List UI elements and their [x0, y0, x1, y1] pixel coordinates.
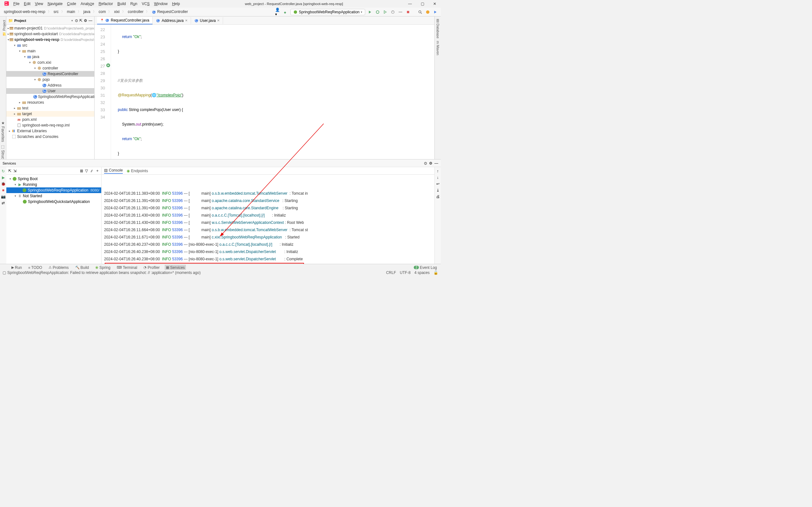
- build-tool-button[interactable]: 🔨 Build: [74, 265, 91, 271]
- tree-node[interactable]: CUser: [6, 88, 94, 94]
- camera-icon[interactable]: 📷: [1, 194, 6, 199]
- tree-node[interactable]: CRequestController: [6, 71, 94, 77]
- filter-icon[interactable]: ▽: [85, 169, 88, 173]
- code-editor[interactable]: return "Ok"; } //复杂实体参数 @RequestMapping(…: [111, 25, 441, 168]
- breadcrumb-item[interactable]: xixi: [113, 9, 120, 14]
- scroll-down-icon[interactable]: ↓: [437, 175, 439, 180]
- services-tree-node[interactable]: SpringbootWebReqRespApplication :8080/: [6, 187, 101, 193]
- tree-node[interactable]: ▾main: [6, 48, 94, 54]
- close-button[interactable]: ✕: [431, 1, 438, 7]
- print-icon[interactable]: 🖨: [436, 194, 440, 199]
- maven-tool-button[interactable]: m Maven: [436, 41, 440, 55]
- endpoints-tab[interactable]: ◉Endpoints: [126, 169, 148, 173]
- hide-icon[interactable]: —: [89, 18, 92, 23]
- breadcrumb-item[interactable]: com: [97, 9, 107, 14]
- stop-icon[interactable]: [405, 9, 411, 15]
- minimize-button[interactable]: —: [406, 1, 414, 7]
- breadcrumb-item[interactable]: C RequestController: [150, 9, 189, 15]
- services-tree-node[interactable]: ▾⏸Not Started: [6, 193, 101, 199]
- expand-all-icon[interactable]: ⇱: [79, 18, 83, 23]
- menu-code[interactable]: Code: [65, 1, 78, 7]
- database-tool-button[interactable]: 🗄 Database: [436, 19, 440, 38]
- layout-icon[interactable]: ⫽: [90, 169, 94, 173]
- terminal-tool-button[interactable]: ⌨ Terminal: [115, 265, 138, 271]
- menu-edit[interactable]: Edit: [22, 1, 32, 7]
- editor-gutter[interactable]: 22 23 24 25 26 27 28 29 30 31 32 33 34: [95, 25, 111, 168]
- tree-node[interactable]: ▸maven-project01D:\code\IdeaProjects\web…: [6, 25, 94, 31]
- menu-refactor[interactable]: Refactor: [97, 1, 115, 7]
- services-tree-node[interactable]: SpringbootWebQuickstartApplication: [6, 199, 101, 205]
- hide-icon[interactable]: —: [435, 161, 438, 166]
- tree-node[interactable]: ▸target: [6, 111, 94, 117]
- run-gutter-icon[interactable]: [106, 63, 110, 68]
- menu-view[interactable]: View: [33, 1, 45, 7]
- problems-tool-button[interactable]: ⚠ Problems: [47, 265, 70, 271]
- services-tree-node[interactable]: ▾Spring Boot: [6, 176, 101, 182]
- add-icon[interactable]: ＋: [96, 168, 99, 173]
- favorites-tool-button[interactable]: ★ Favorites: [1, 121, 5, 142]
- tree-node[interactable]: Scratches and Consoles: [6, 134, 94, 139]
- stop-icon[interactable]: ■: [2, 188, 4, 192]
- event-log-button[interactable]: 2 Event Log: [412, 265, 438, 271]
- tree-node[interactable]: ▸External Libraries: [6, 128, 94, 134]
- project-tool-button[interactable]: 📁 Project: [2, 20, 6, 36]
- run-tool-button[interactable]: ▶ Run: [10, 265, 23, 271]
- tree-node[interactable]: mpom.xml: [6, 117, 94, 122]
- console-tab[interactable]: ▤Console: [104, 168, 123, 174]
- tree-node[interactable]: ▸springboot-web-quickstartD:\code\IdeaPr…: [6, 31, 94, 37]
- menu-build[interactable]: Build: [115, 1, 128, 7]
- build-hammer-icon[interactable]: [283, 9, 289, 15]
- debug-icon[interactable]: 🐞: [1, 182, 6, 186]
- attach-icon[interactable]: ⋯: [398, 9, 403, 15]
- tree-node[interactable]: CSpringbootWebReqRespApplication: [6, 94, 94, 100]
- breadcrumb-item[interactable]: src: [52, 9, 60, 14]
- profile-icon[interactable]: [390, 9, 396, 15]
- editor-tab[interactable]: CUser.java✕: [191, 17, 223, 24]
- tree-node[interactable]: ▾springboot-web-req-respD:\code\IdeaProj…: [6, 37, 94, 43]
- tree-node[interactable]: CAddress: [6, 82, 94, 88]
- breadcrumb-item[interactable]: controller: [126, 9, 145, 14]
- scroll-up-icon[interactable]: ↑: [437, 169, 439, 173]
- ide-actions-icon[interactable]: [433, 9, 438, 15]
- menu-run[interactable]: Run: [129, 1, 139, 7]
- group-by-icon[interactable]: ⊞: [80, 169, 83, 173]
- todo-tool-button[interactable]: ≡ TODO: [27, 265, 44, 271]
- tree-node[interactable]: ▾com.xixi: [6, 60, 94, 65]
- menu-file[interactable]: File: [11, 1, 21, 7]
- run-configuration-selector[interactable]: SpringbootWebReqRespApplication ▾: [290, 9, 365, 15]
- tree-node[interactable]: ▸resources: [6, 100, 94, 105]
- tree-node[interactable]: ▾src: [6, 43, 94, 48]
- editor-tab[interactable]: 📍CRequestController.java: [97, 17, 153, 24]
- menu-analyze[interactable]: Analyze: [79, 1, 96, 7]
- profiler-tool-button[interactable]: ◔ Profiler: [142, 265, 161, 271]
- line-ending-indicator[interactable]: CRLF: [386, 271, 396, 275]
- console-output[interactable]: 2024-02-04T16:26:11.383+08:00 INFO 53396…: [102, 175, 435, 266]
- spring-tool-button[interactable]: ❀ Spring: [94, 265, 112, 271]
- tree-node[interactable]: ▾controller: [6, 65, 94, 71]
- select-opened-file-icon[interactable]: ⊙: [75, 18, 78, 23]
- menu-help[interactable]: Help: [170, 1, 182, 7]
- services-tool-button[interactable]: ▦ Services: [165, 265, 186, 271]
- expand-all-icon[interactable]: ⇱: [8, 169, 11, 173]
- soft-wrap-icon[interactable]: ↩: [436, 182, 440, 186]
- run-icon[interactable]: ▶: [2, 175, 5, 180]
- settings-icon[interactable]: ⇄: [2, 201, 5, 205]
- menu-navigate[interactable]: Navigate: [46, 1, 64, 7]
- gear-icon[interactable]: ⚙: [84, 18, 87, 23]
- user-icon[interactable]: 👤▾: [275, 9, 281, 15]
- indent-indicator[interactable]: 4 spaces: [414, 271, 429, 275]
- editor-tab[interactable]: CAddress.java✕: [153, 17, 191, 24]
- collapse-all-icon[interactable]: ⇲: [13, 169, 16, 173]
- menu-vcs[interactable]: VCS: [140, 1, 152, 7]
- status-icon[interactable]: ▢: [3, 271, 6, 275]
- tree-node[interactable]: ▾java: [6, 54, 94, 60]
- tree-node[interactable]: springboot-web-req-resp.iml: [6, 122, 94, 128]
- updates-icon[interactable]: [425, 9, 430, 15]
- maximize-button[interactable]: ▢: [419, 1, 426, 7]
- lock-icon[interactable]: 🔓: [434, 271, 438, 275]
- encoding-indicator[interactable]: UTF-8: [400, 271, 411, 275]
- services-tree-node[interactable]: ▾▶Running: [6, 182, 101, 187]
- search-icon[interactable]: [417, 9, 423, 15]
- debug-icon[interactable]: [375, 9, 380, 15]
- tree-node[interactable]: ▸test: [6, 105, 94, 111]
